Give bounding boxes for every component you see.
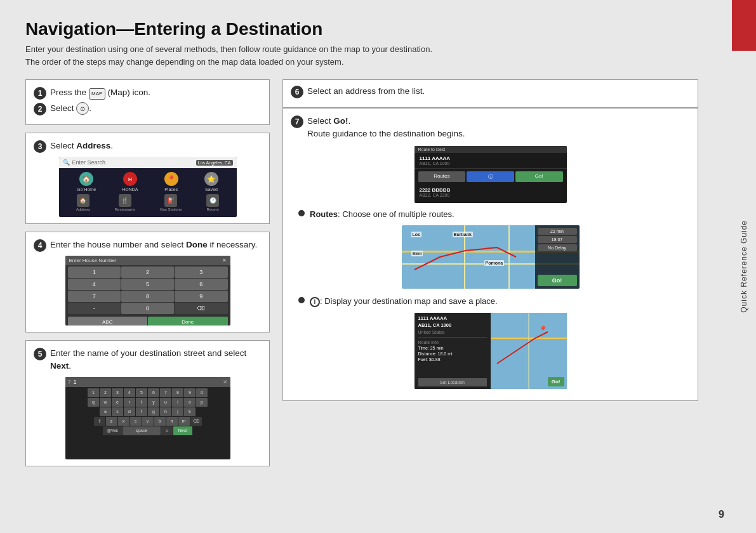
key-8[interactable]: 8 [121, 291, 174, 302]
step-3-num: 3 [34, 140, 46, 153]
kb-bksp[interactable]: ⌫ [190, 417, 202, 426]
done-button[interactable]: Done [148, 317, 228, 326]
kb-1[interactable]: 1 [88, 388, 99, 397]
step-6-header: 6 Select an address from the list. [291, 85, 690, 98]
key-7[interactable]: 7 [68, 291, 121, 302]
kb-u[interactable]: u [160, 398, 171, 407]
kb-9[interactable]: 9 [184, 388, 196, 397]
kb-row-1: 1 2 3 4 5 6 7 8 9 0 [68, 388, 228, 397]
key-1[interactable]: 1 [68, 266, 121, 278]
kb-emoji[interactable]: ☺ [161, 426, 173, 435]
kb-2[interactable]: 2 [100, 388, 111, 397]
subtitle: Enter your destination using one of seve… [25, 43, 730, 68]
recent-label: Recent [207, 207, 219, 211]
dest-go-button[interactable]: Go! [548, 377, 564, 386]
home-circle: 🏠 [79, 172, 93, 186]
dest-route-label: Route Info [418, 340, 487, 345]
step-1-text: Press the MAP (Map) icon. [50, 86, 262, 100]
address-icon: 🏠 [77, 194, 90, 207]
bullet-info: i: Display your destination map and save… [298, 295, 682, 308]
key-6[interactable]: 6 [175, 279, 227, 290]
kb-i[interactable]: i [172, 398, 183, 407]
kb-m[interactable]: m [178, 417, 190, 426]
kb-symbols[interactable]: @%& [103, 426, 122, 435]
kb-f[interactable]: f [136, 407, 147, 416]
dest-map: 📍 Go! [491, 313, 567, 389]
kb-r[interactable]: r [124, 398, 135, 407]
kb-j[interactable]: j [172, 407, 183, 416]
route-item-1-addr: AB11, CA 1000 [420, 161, 562, 166]
kb-n[interactable]: n [166, 417, 178, 426]
kb-5[interactable]: 5 [136, 388, 147, 397]
kb-o[interactable]: o [184, 398, 196, 407]
house-bottom-btns: ABC Done [65, 315, 230, 326]
route-header-text: Route to Dest [418, 147, 446, 152]
kb-t[interactable]: t [136, 398, 147, 407]
destination-screen-mockup: 1111 AAAAA AB11, CA 1000 United States R… [414, 313, 567, 389]
key-dash[interactable]: - [68, 303, 121, 314]
kb-x[interactable]: x [118, 417, 129, 426]
places-circle: 📍 [164, 172, 178, 186]
key-backspace[interactable]: ⌫ [175, 303, 227, 314]
routes-button[interactable]: Routes [418, 171, 466, 182]
page-container: Quick Reference Guide Navigation—Enterin… [0, 0, 756, 533]
kb-q[interactable]: q [88, 398, 99, 407]
kb-6[interactable]: 6 [148, 388, 159, 397]
map-no-delay: No Delay [538, 244, 577, 251]
kb-space[interactable]: space [123, 426, 161, 435]
kb-close[interactable]: ✕ [223, 379, 228, 385]
kb-0[interactable]: 0 [196, 388, 208, 397]
map-go-button[interactable]: Go! [538, 275, 577, 286]
route-screen-mockup: Route to Dest 1111 AAAAA AB11, CA 1000 R… [414, 146, 567, 203]
key-9[interactable]: 9 [175, 291, 227, 302]
kb-b[interactable]: b [154, 417, 166, 426]
kb-s[interactable]: s [112, 407, 123, 416]
key-2[interactable]: 2 [121, 266, 174, 278]
key-5[interactable]: 5 [121, 279, 174, 290]
restaurants-label: Restaurants [115, 207, 135, 211]
side-tab-label: Quick Reference Guide [739, 220, 748, 313]
step-7-subtext: Route guidance to the destination begins… [307, 129, 465, 138]
kb-h[interactable]: h [160, 407, 171, 416]
location-badge: Los Angeles, CA [196, 160, 233, 166]
keyboard-screen: ? 1 ✕ 1 2 3 4 5 6 7 [65, 377, 230, 459]
dest-set-location[interactable]: Set Location [418, 378, 487, 386]
kb-shift[interactable]: ⇧ [94, 417, 105, 426]
go-button[interactable]: Go! [515, 171, 563, 182]
bottom-restaurants: 🍴 Restaurants [115, 194, 135, 211]
kb-8[interactable]: 8 [172, 388, 183, 397]
route-item-2-addr: AB22, CA 2200 [420, 193, 562, 197]
icon-row: 🏠 Go Home H HONDA 📍 Places [59, 168, 237, 193]
left-column: 1 Press the MAP (Map) icon. 2 Select ⊙. [25, 79, 270, 474]
key-0[interactable]: 0 [121, 303, 174, 314]
dest-info-panel: 1111 AAAAA AB11, CA 1000 United States R… [414, 313, 491, 389]
kb-c[interactable]: c [130, 417, 142, 426]
kb-d[interactable]: d [124, 407, 135, 416]
kb-next[interactable]: Next [173, 426, 192, 435]
kb-k[interactable]: k [184, 407, 196, 416]
dest-divider [418, 337, 487, 338]
key-3[interactable]: 3 [175, 266, 227, 278]
routes-label: Routes [310, 209, 338, 219]
abc-button[interactable]: ABC [68, 317, 148, 326]
bullet-routes: Routes: Choose one of multiple routes. [298, 208, 682, 221]
kb-question-mark: ? [68, 379, 71, 385]
kb-y[interactable]: y [148, 398, 159, 407]
main-content: Navigation—Entering a Destination Enter … [25, 19, 730, 474]
kb-3[interactable]: 3 [112, 388, 123, 397]
page-title: Navigation—Entering a Destination [25, 19, 730, 39]
kb-p[interactable]: p [196, 398, 208, 407]
dest-time: Time: 25 min [418, 346, 487, 350]
kb-v[interactable]: v [142, 417, 154, 426]
kb-w[interactable]: w [100, 398, 111, 407]
kb-4[interactable]: 4 [124, 388, 135, 397]
kb-g[interactable]: g [148, 407, 159, 416]
key-4[interactable]: 4 [68, 279, 121, 290]
kb-7[interactable]: 7 [160, 388, 171, 397]
address-label: Address [76, 207, 90, 211]
kb-e[interactable]: e [112, 398, 123, 407]
info-button[interactable]: ⓘ [467, 171, 514, 182]
kb-a[interactable]: a [100, 407, 111, 416]
kb-z[interactable]: z [106, 417, 117, 426]
home-label: Go Home [77, 187, 96, 192]
